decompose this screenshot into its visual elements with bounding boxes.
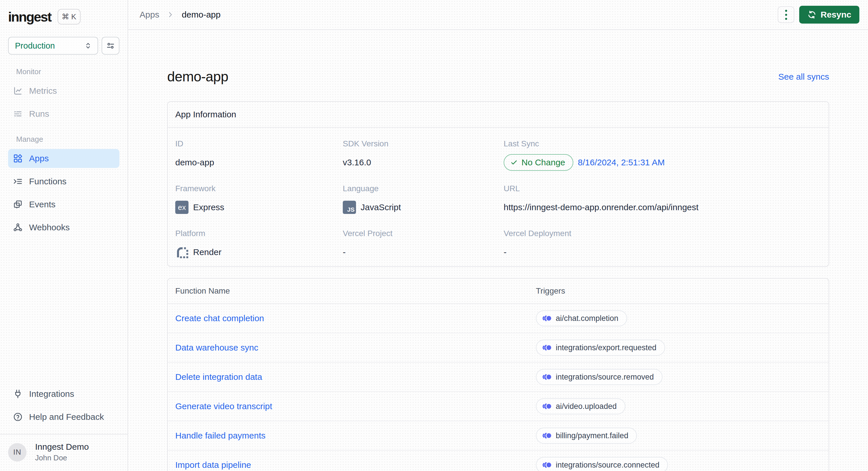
chevron-right-icon <box>167 11 174 19</box>
function-link[interactable]: Import data pipeline <box>168 460 536 470</box>
card-title: App Information <box>175 109 236 119</box>
sync-badge-label: No Change <box>522 158 565 167</box>
render-logo-icon <box>175 245 188 259</box>
sidebar-section-monitor: Monitor <box>16 67 127 76</box>
check-icon <box>510 159 518 167</box>
sidebar-item-label: Functions <box>29 176 66 186</box>
top-header: Apps demo-app Resync <box>128 0 868 30</box>
page-title: demo-app <box>167 69 228 85</box>
filter-sliders-icon <box>106 41 115 50</box>
field-sdk-version: SDK Version v3.16.0 <box>343 139 504 171</box>
page-content: demo-app See all syncs App Information I… <box>128 69 868 471</box>
event-trigger-icon <box>542 403 552 410</box>
environment-name: Production <box>15 41 84 51</box>
functions-icon <box>13 176 23 186</box>
sidebar: inngest ⌘ K Production Monitor Metrics <box>0 0 128 471</box>
sidebar-item-runs[interactable]: Runs <box>8 104 119 123</box>
trigger-pill: billing/payment.failed <box>536 428 637 444</box>
see-all-syncs-link[interactable]: See all syncs <box>778 72 829 82</box>
environment-settings-button[interactable] <box>102 37 119 55</box>
event-trigger-icon <box>542 314 552 322</box>
javascript-logo-icon: JS <box>343 201 356 214</box>
sync-status-badge: No Change <box>504 154 573 171</box>
functions-table: Function Name Triggers Create chat compl… <box>167 278 829 471</box>
command-palette-shortcut[interactable]: ⌘ K <box>58 9 81 25</box>
app-actions-menu-button[interactable] <box>778 6 794 23</box>
sidebar-item-label: Metrics <box>29 86 57 96</box>
trigger-pill: ai/video.uploaded <box>536 398 625 414</box>
sidebar-item-functions[interactable]: Functions <box>8 172 119 191</box>
table-row: Create chat completion ai/chat.completio… <box>168 304 829 333</box>
webhooks-icon <box>13 223 23 232</box>
field-last-sync: Last Sync No Change 8/16/2024, 2:51:31 A… <box>504 139 821 171</box>
field-platform: Platform Render <box>175 229 343 261</box>
trigger-pill: integrations/export.requested <box>536 340 665 356</box>
field-vercel-project: Vercel Project - <box>343 229 504 261</box>
kebab-dot <box>785 18 787 20</box>
trigger-pill: integrations/source.removed <box>536 369 662 385</box>
table-row: Delete integration data integrations/sou… <box>168 363 829 392</box>
last-sync-timestamp-link[interactable]: 8/16/2024, 2:51:31 AM <box>578 158 665 167</box>
plug-icon <box>13 389 23 399</box>
table-row: Handle failed payments billing/payment.f… <box>168 421 829 450</box>
sidebar-item-label: Apps <box>29 154 49 163</box>
table-row: Import data pipeline integrations/source… <box>168 450 829 471</box>
event-trigger-icon <box>542 432 552 439</box>
sidebar-item-help[interactable]: Help and Feedback <box>8 407 119 427</box>
table-row: Data warehouse sync integrations/export.… <box>168 333 829 363</box>
org-name: Inngest Demo <box>35 442 89 452</box>
apps-grid-icon <box>13 154 23 163</box>
event-trigger-icon <box>542 373 552 381</box>
user-menu[interactable]: IN Inngest Demo John Doe <box>0 435 127 471</box>
sidebar-item-label: Events <box>29 200 56 209</box>
function-link[interactable]: Delete integration data <box>168 372 536 382</box>
chevron-updown-icon <box>84 41 92 50</box>
environment-selector[interactable]: Production <box>8 37 98 55</box>
sidebar-item-integrations[interactable]: Integrations <box>8 384 119 403</box>
trigger-pill: ai/chat.completion <box>536 310 627 326</box>
column-triggers: Triggers <box>536 287 829 296</box>
logo-row: inngest ⌘ K <box>0 0 127 25</box>
sidebar-item-webhooks[interactable]: Webhooks <box>8 218 119 237</box>
sidebar-item-label: Help and Feedback <box>29 412 104 422</box>
resync-label: Resync <box>820 10 851 20</box>
app-information-card: App Information ID demo-app SDK Version … <box>167 101 829 267</box>
field-language: Language JS JavaScript <box>343 184 504 216</box>
sidebar-item-metrics[interactable]: Metrics <box>8 81 119 100</box>
sidebar-item-label: Integrations <box>29 389 74 399</box>
function-link[interactable]: Create chat completion <box>168 313 536 323</box>
sidebar-item-label: Runs <box>29 109 49 119</box>
user-name: John Doe <box>35 453 89 462</box>
events-windows-icon <box>13 200 23 209</box>
event-trigger-icon <box>542 461 552 469</box>
avatar: IN <box>8 443 27 462</box>
event-trigger-icon <box>542 344 552 351</box>
function-link[interactable]: Handle failed payments <box>168 431 536 440</box>
breadcrumb-apps[interactable]: Apps <box>140 10 159 20</box>
metrics-chart-icon <box>13 86 23 96</box>
sync-icon <box>807 10 816 19</box>
field-vercel-deployment: Vercel Deployment - <box>504 229 821 261</box>
kebab-dot <box>785 10 787 12</box>
field-url: URL https://inngest-demo-app.onrender.co… <box>504 184 821 216</box>
column-function-name: Function Name <box>168 287 536 296</box>
trigger-pill: integrations/source.connected <box>536 457 668 471</box>
express-logo-icon: ex <box>175 201 188 214</box>
field-id: ID demo-app <box>175 139 343 171</box>
inngest-logo: inngest <box>8 10 51 24</box>
resync-button[interactable]: Resync <box>799 6 859 24</box>
sidebar-footer: Integrations Help and Feedback IN Innges… <box>0 384 127 471</box>
runs-list-icon <box>13 109 23 119</box>
main-area: Apps demo-app Resync demo-app See all sy… <box>128 0 868 471</box>
help-question-icon <box>13 412 23 422</box>
sidebar-item-events[interactable]: Events <box>8 195 119 214</box>
field-framework: Framework ex Express <box>175 184 343 216</box>
sidebar-item-label: Webhooks <box>29 223 70 232</box>
table-row: Generate video transcript ai/video.uploa… <box>168 392 829 421</box>
function-link[interactable]: Data warehouse sync <box>168 343 536 352</box>
sidebar-item-apps[interactable]: Apps <box>8 149 119 168</box>
table-header-row: Function Name Triggers <box>168 279 829 304</box>
function-link[interactable]: Generate video transcript <box>168 401 536 411</box>
breadcrumb-current: demo-app <box>182 10 220 20</box>
sidebar-section-manage: Manage <box>16 135 127 144</box>
